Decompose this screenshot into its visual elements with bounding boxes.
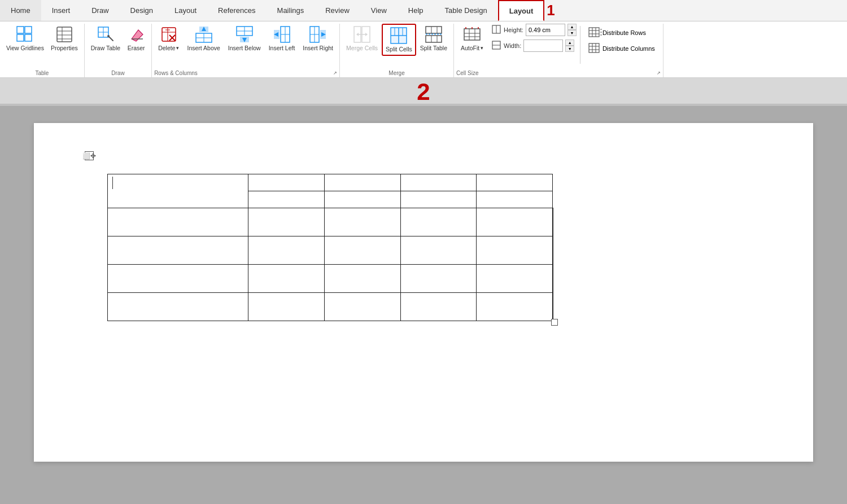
tab-help[interactable]: Help xyxy=(398,0,434,21)
table-cell[interactable] xyxy=(400,191,477,208)
insert-below-icon xyxy=(235,25,254,43)
table-cell[interactable] xyxy=(248,191,325,208)
cursor xyxy=(112,177,113,189)
height-spinner[interactable]: ▲ ▼ xyxy=(567,24,577,36)
svg-point-13 xyxy=(107,35,110,37)
table-cell[interactable] xyxy=(108,293,248,321)
table-cell[interactable] xyxy=(477,293,553,321)
svg-rect-4 xyxy=(57,27,72,42)
table-cell[interactable] xyxy=(400,293,477,321)
svg-marker-46 xyxy=(365,33,368,36)
cell-size-expand-icon[interactable]: ↗ xyxy=(657,71,661,76)
tab-table-design[interactable]: Table Design xyxy=(434,0,498,21)
tab-design[interactable]: Design xyxy=(120,0,164,21)
split-table-button[interactable]: Split Table xyxy=(417,24,450,54)
eraser-button[interactable]: Eraser xyxy=(124,24,148,54)
width-decrement[interactable]: ▼ xyxy=(565,46,574,52)
height-increment[interactable]: ▲ xyxy=(567,24,577,30)
rows-cols-expand-icon[interactable]: ↗ xyxy=(333,71,337,76)
autofit-button[interactable]: AutoFit ▾ xyxy=(457,24,487,54)
svg-marker-45 xyxy=(356,33,359,36)
tab-table-layout[interactable]: Layout xyxy=(498,0,545,21)
table-cell[interactable] xyxy=(477,236,553,265)
table-cell[interactable] xyxy=(248,208,325,236)
table-cell[interactable] xyxy=(400,265,477,293)
properties-label: Properties xyxy=(51,45,78,52)
table-row xyxy=(108,265,553,293)
table-cell[interactable] xyxy=(325,208,401,236)
table-move-handle[interactable]: ⬜ xyxy=(85,151,94,160)
separator xyxy=(580,26,580,64)
distribute-rows-icon xyxy=(588,27,600,38)
table-cell[interactable] xyxy=(553,265,553,293)
draw-table-button[interactable]: Draw Table xyxy=(88,24,123,54)
svg-marker-86 xyxy=(92,153,94,155)
table-cell[interactable] xyxy=(325,293,401,321)
width-increment[interactable]: ▲ xyxy=(565,40,574,46)
table-cell[interactable] xyxy=(325,265,401,293)
tab-review[interactable]: Review xyxy=(315,0,360,21)
tab-home[interactable]: Home xyxy=(0,0,41,21)
distribute-rows-button[interactable]: Distribute Rows xyxy=(586,26,657,40)
table-cell[interactable] xyxy=(248,174,325,191)
split-cells-button[interactable]: Split Cells xyxy=(382,24,416,56)
table-cell[interactable] xyxy=(248,265,325,293)
table-cell[interactable] xyxy=(325,236,401,265)
merge-cells-icon xyxy=(353,25,371,43)
table-cell[interactable] xyxy=(477,191,553,208)
group-merge: Merge Cells Split Cells xyxy=(340,24,454,77)
table-cell[interactable] xyxy=(553,293,553,321)
delete-button[interactable]: Delete ▾ xyxy=(155,24,182,54)
width-spinner[interactable]: ▲ ▼ xyxy=(565,40,574,52)
table-cell[interactable] xyxy=(108,265,248,293)
tab-view[interactable]: View xyxy=(360,0,398,21)
table-resize-handle[interactable] xyxy=(551,319,558,326)
merge-cells-button[interactable]: Merge Cells xyxy=(343,24,381,54)
table-cell[interactable] xyxy=(553,208,553,236)
insert-left-button[interactable]: Insert Left xyxy=(266,24,298,54)
tab-mailings[interactable]: Mailings xyxy=(267,0,315,21)
insert-below-label: Insert Below xyxy=(228,45,261,52)
table-cell[interactable] xyxy=(108,236,248,265)
svg-rect-55 xyxy=(426,36,442,42)
draw-table-label: Draw Table xyxy=(91,45,120,52)
tab-insert[interactable]: Insert xyxy=(41,0,81,21)
tab-draw[interactable]: Draw xyxy=(81,0,119,21)
insert-below-button[interactable]: Insert Below xyxy=(225,24,264,54)
table-cell[interactable] xyxy=(477,265,553,293)
view-gridlines-button[interactable]: View Gridlines xyxy=(3,24,47,54)
height-input[interactable] xyxy=(526,24,565,36)
table-cell[interactable] xyxy=(553,236,553,265)
group-table-label: Table xyxy=(0,70,84,76)
table-cell[interactable] xyxy=(248,293,325,321)
table-cell-merged[interactable] xyxy=(108,174,248,208)
svg-rect-79 xyxy=(589,43,599,52)
view-gridlines-icon xyxy=(16,25,34,43)
group-merge-label: Merge xyxy=(340,70,453,76)
tab-layout[interactable]: Layout xyxy=(164,0,207,21)
table-cell[interactable] xyxy=(325,174,401,191)
draw-table-icon xyxy=(97,25,115,43)
table-cell[interactable] xyxy=(400,174,477,191)
svg-rect-0 xyxy=(17,27,24,33)
width-input[interactable] xyxy=(523,40,563,52)
table-cell[interactable] xyxy=(248,236,325,265)
svg-marker-89 xyxy=(94,155,96,157)
svg-marker-14 xyxy=(132,30,143,41)
table-row xyxy=(108,293,553,321)
table-cell[interactable] xyxy=(477,208,553,236)
svg-marker-87 xyxy=(92,157,94,159)
properties-button[interactable]: Properties xyxy=(48,24,81,54)
table-cell[interactable] xyxy=(400,236,477,265)
insert-above-button[interactable]: Insert Above xyxy=(184,24,222,54)
word-table xyxy=(107,174,553,321)
insert-right-label: Insert Right xyxy=(303,45,333,52)
distribute-columns-button[interactable]: Distribute Columns xyxy=(586,42,657,55)
insert-right-button[interactable]: Insert Right xyxy=(300,24,336,54)
table-cell[interactable] xyxy=(400,208,477,236)
tab-references[interactable]: References xyxy=(207,0,266,21)
table-cell[interactable] xyxy=(325,191,401,208)
height-decrement[interactable]: ▼ xyxy=(567,30,577,36)
table-cell[interactable] xyxy=(477,174,553,191)
table-cell[interactable] xyxy=(108,208,248,236)
